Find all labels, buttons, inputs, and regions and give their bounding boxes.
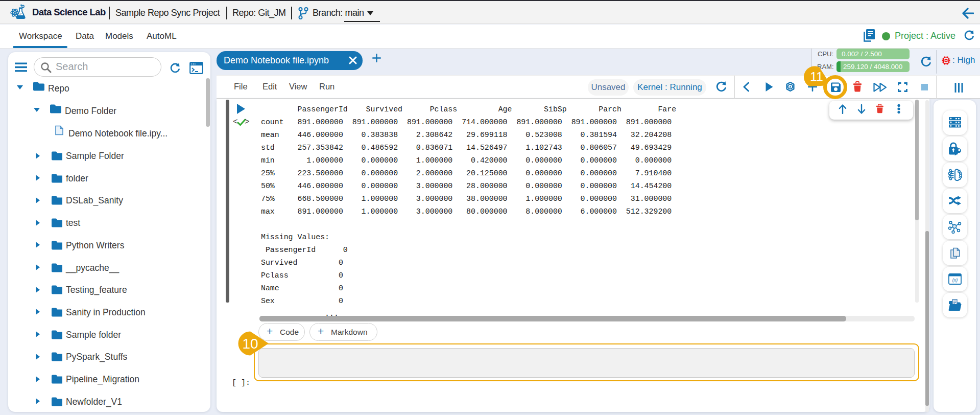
svg-text:(x): (x): [952, 278, 958, 283]
svg-text:10: 10: [242, 336, 258, 352]
svg-text:11: 11: [810, 70, 823, 84]
